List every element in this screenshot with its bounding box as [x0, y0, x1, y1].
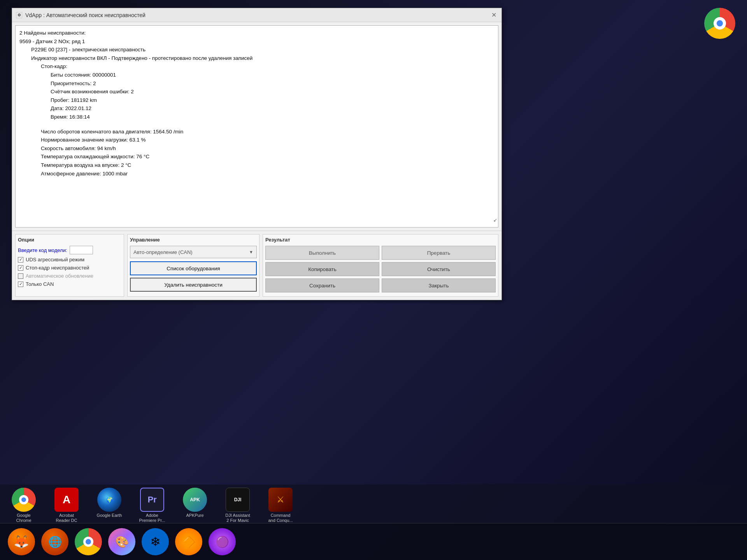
result-buttons-grid: Выполнить Прервать Копировать Очистить С… — [265, 246, 496, 292]
taskbar-item-premiere[interactable]: Pr AdobePremiere Pr... — [135, 488, 170, 523]
dji-label: DJI Assistant2 For Mavic — [225, 513, 250, 523]
cnc-icon: ⚔ — [268, 488, 293, 512]
diag-line-16: Температура воздуха на впуске: 2 °C — [19, 161, 494, 170]
options-title: Опции — [18, 237, 121, 243]
apkpure-label: APKPure — [186, 513, 203, 518]
stopframe-row: ✓ Стоп-кадр неисправностей — [18, 265, 121, 271]
options-panel: Опции Введите код модели: ✓ UDS агрессив… — [15, 234, 124, 297]
autoupdate-checkbox[interactable] — [18, 273, 23, 279]
protocol-dropdown-label: Авто-определение (CAN) — [133, 249, 193, 255]
earth-icon: 🌍 — [97, 488, 121, 512]
clear-button[interactable]: Очистить — [382, 262, 496, 276]
apkpure-icon: APK — [183, 488, 207, 512]
acrobat-label: AcrobatReader DC — [56, 513, 77, 523]
can-only-label: Только CAN — [26, 281, 54, 287]
close-button-result[interactable]: Закрыть — [382, 278, 496, 292]
chrome-top-right-icon[interactable] — [704, 8, 735, 39]
window-icon: ⚙ — [16, 12, 22, 18]
diag-line-7: Счётчик возникновения ошибки: 2 — [19, 88, 494, 96]
copy-button[interactable]: Копировать — [265, 262, 379, 276]
abort-button[interactable]: Прервать — [382, 246, 496, 260]
taskbar-item-cnc[interactable]: ⚔ Commandand Conqu... — [263, 488, 298, 523]
stopframe-label: Стоп-кадр неисправностей — [26, 265, 89, 271]
protocol-dropdown[interactable]: Авто-определение (CAN) ▼ — [130, 246, 257, 258]
dock: 🦊 🌐 🎨 ❄ 🔶 🟣 — [0, 523, 747, 560]
result-panel: Результат Выполнить Прервать Копировать … — [263, 234, 498, 297]
dock-icon-firefox[interactable]: 🦊 — [8, 528, 35, 555]
taskbar-item-chrome[interactable]: GoogleChrome — [6, 488, 41, 523]
model-code-row: Введите код модели: — [18, 246, 121, 254]
scroll-arrow: ↙ — [493, 217, 497, 224]
chrome-icon-inner — [19, 495, 28, 504]
chrome-icon — [12, 488, 36, 512]
diag-line-5: Биты состояния: 00000001 — [19, 71, 494, 79]
execute-button[interactable]: Выполнить — [265, 246, 379, 260]
earth-label: Google Earth — [97, 513, 122, 518]
autoupdate-row: Автоматическое обновление — [18, 273, 121, 279]
premiere-icon: Pr — [140, 488, 164, 512]
chrome-label: GoogleChrome — [16, 513, 31, 523]
control-title: Управление — [130, 237, 257, 243]
diag-line-0: 2 Найдены неисправности: — [19, 29, 494, 37]
title-bar: ⚙ VdApp : Автоматический поиск неисправн… — [12, 8, 502, 22]
control-panel: Управление Авто-определение (CAN) ▼ Спис… — [127, 234, 260, 297]
taskbar-item-dji[interactable]: DJI DJI Assistant2 For Mavic — [220, 488, 255, 523]
app-window: ⚙ VdApp : Автоматический поиск неисправн… — [12, 8, 502, 300]
diag-line-14: Скорость автомобиля: 94 km/h — [19, 144, 494, 153]
bottom-panel: Опции Введите код модели: ✓ UDS агрессив… — [12, 231, 502, 300]
dock-icon-blue[interactable]: ❄ — [142, 528, 169, 555]
diag-line-9: Дата: 2022.01.12 — [19, 104, 494, 113]
diag-line-1: 9569 - Датчик 2 NOx; ряд 1 — [19, 37, 494, 46]
taskbar-item-apkpure[interactable]: APK APKPure — [177, 488, 212, 518]
stopframe-checkbox[interactable]: ✓ — [18, 265, 23, 271]
cnc-label: Commandand Conqu... — [268, 513, 293, 523]
diag-line-17: Атмосферное давление: 1000 mbar — [19, 170, 494, 178]
delete-faults-button[interactable]: Удалить неисправности — [130, 278, 257, 292]
dock-icon-browser2[interactable]: 🌐 — [41, 528, 68, 555]
dock-icon-purple[interactable]: 🟣 — [209, 528, 236, 555]
can-only-row: ✓ Только CAN — [18, 281, 121, 287]
taskbar-icons-row: GoogleChrome A AcrobatReader DC 🌍 Google… — [0, 485, 747, 523]
close-button[interactable]: ✕ — [490, 11, 498, 19]
acrobat-icon: A — [54, 488, 79, 512]
autoupdate-label: Автоматическое обновление — [26, 273, 93, 279]
diag-line-4: Стоп-кадр: — [19, 62, 494, 71]
dock-icon-chrome[interactable] — [75, 528, 102, 555]
can-only-checkbox[interactable]: ✓ — [18, 282, 23, 287]
diag-line-3: Индикатор неисправности ВКЛ - Подтвержде… — [19, 54, 494, 63]
diag-line-10: Время: 16:38:14 — [19, 113, 494, 121]
diag-line-2: P229E 00 [237] - электрическая неисправн… — [19, 46, 494, 54]
equipment-list-button[interactable]: Список оборудования — [130, 261, 257, 275]
diag-line-6: Приоритетность: 2 — [19, 79, 494, 88]
diag-line-15: Температура охлаждающей жидкости: 76 °C — [19, 152, 494, 161]
save-button[interactable]: Сохранить — [265, 278, 379, 292]
uds-label: UDS агрессивный режим — [26, 257, 84, 262]
model-code-label: Введите код модели: — [18, 247, 67, 253]
premiere-label: AdobePremiere Pr... — [139, 513, 165, 523]
dji-icon: DJI — [226, 488, 250, 512]
taskbar-item-earth[interactable]: 🌍 Google Earth — [92, 488, 127, 518]
diag-line-13: Нормированное значение нагрузки: 63.1 % — [19, 136, 494, 144]
dropdown-arrow-icon: ▼ — [249, 250, 253, 254]
diag-line-8: Пробег: 181192 km — [19, 96, 494, 105]
taskbar-item-acrobat[interactable]: A AcrobatReader DC — [49, 488, 84, 523]
window-title: VdApp : Автоматический поиск неисправнос… — [25, 12, 146, 18]
diag-line-11 — [19, 121, 494, 128]
diagnostic-text-area[interactable]: 2 Найдены неисправности: 9569 - Датчик 2… — [15, 25, 498, 228]
result-title: Результат — [265, 237, 496, 243]
model-code-input[interactable] — [70, 246, 93, 254]
uds-row: ✓ UDS агрессивный режим — [18, 257, 121, 262]
uds-checkbox[interactable]: ✓ — [18, 257, 23, 262]
diag-line-12: Число оборотов коленчатого вала двигател… — [19, 128, 494, 136]
dock-icon-orange[interactable]: 🔶 — [175, 528, 202, 555]
dock-icon-colorful[interactable]: 🎨 — [108, 528, 135, 555]
